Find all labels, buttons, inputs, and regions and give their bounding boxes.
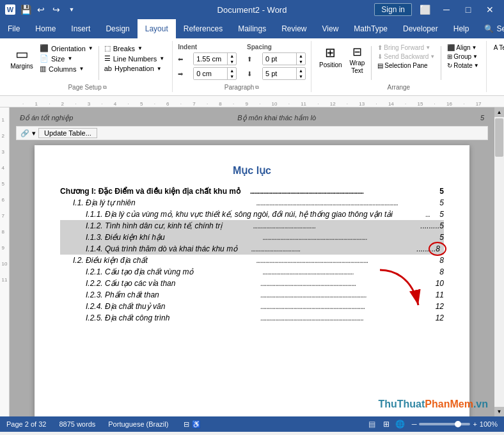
group-dropdown: ▼ (473, 54, 478, 59)
track-changes-icon: ⊟ (184, 420, 189, 429)
toc-dropdown-arrow[interactable]: ▾ (32, 129, 36, 138)
bring-forward-button[interactable]: ⬆ Bring Forward ▼ (375, 44, 437, 52)
view-web-button[interactable]: 🌐 (394, 419, 407, 429)
paragraph-expand-icon[interactable]: ⧉ (255, 84, 259, 91)
spacing-after-down[interactable]: ▼ (297, 74, 305, 79)
group-button[interactable]: ⊞ Group ▼ (445, 52, 480, 61)
text-button[interactable]: A Text ~ (492, 44, 504, 52)
menu-insert[interactable]: Insert (63, 19, 98, 38)
line-numbers-button[interactable]: ☰ Line Numbers ▼ (102, 54, 167, 63)
send-backward-button[interactable]: ⬇ Send Backward ▼ (375, 52, 437, 61)
document-area[interactable]: Đồ án tốt nghiệp Bộ môn khai thác hầm lò… (10, 107, 494, 416)
indent-right-down[interactable]: ▼ (228, 74, 236, 79)
indent-left-down[interactable]: ▼ (228, 59, 236, 65)
toc-entry-11[interactable]: I.2.4. Địa chất thuỷ văn ...............… (60, 301, 444, 312)
scroll-up-button[interactable]: ▲ (494, 107, 504, 117)
document-page: Mục lục Chương I: Đặc Điểm và điều kiện … (35, 145, 469, 416)
selection-pane-button[interactable]: ▤ Selection Pane (375, 61, 437, 70)
spacing-after-up[interactable]: ▲ (297, 68, 305, 74)
rotate-button[interactable]: ↻ Rotate ▼ (445, 61, 480, 70)
zoom-level[interactable]: 100% (480, 420, 498, 428)
toc-entry-3[interactable]: I.1.1. Địa lý của vùng mỏ, khu vực thiết… (60, 209, 444, 220)
menu-design[interactable]: Design (98, 19, 137, 38)
indent-right-spinbox[interactable]: ▲ ▼ (193, 67, 237, 80)
line-numbers-dropdown-arrow: ▼ (159, 56, 164, 61)
statusbar-right: ▤ ⊞ 🌐 ─ + 100% (366, 419, 498, 429)
menu-developer[interactable]: Developer (395, 19, 446, 38)
margins-icon: ▭ (15, 46, 29, 63)
bring-forward-dropdown[interactable]: ▼ (425, 45, 430, 51)
hyphenation-button[interactable]: ab Hyphenation ▼ (102, 64, 167, 73)
toc-entry-10[interactable]: I.2.3. Phẩm chất than ..................… (60, 289, 444, 301)
view-print-button[interactable]: ⊞ (380, 419, 393, 429)
toc-entry-5[interactable]: I.1.3. Điều kiện khí hậu ...............… (60, 232, 444, 243)
scroll-down-button[interactable]: ▼ (494, 407, 504, 416)
menu-references[interactable]: References (176, 19, 230, 38)
maximize-button[interactable]: □ (459, 1, 477, 19)
page-info[interactable]: Page 2 of 32 (6, 420, 46, 428)
toc-entry-7[interactable]: I.2. Điều kiện địa chất ................… (60, 255, 444, 266)
orientation-button[interactable]: ⬛ Orientation ▼ (37, 44, 96, 53)
menu-review[interactable]: Review (274, 19, 314, 38)
toc-entry-9[interactable]: I.2.2. Cấu tạo các vỉa than ............… (60, 278, 444, 289)
toc-entry-8[interactable]: I.2.1. Cấu tạo địa chất vùng mỏ ........… (60, 266, 444, 278)
margins-button[interactable]: ▭ Margins (8, 44, 36, 72)
toc-entry-4[interactable]: I.1.2. Tình hình dân cư, kinh tế, chính … (60, 220, 444, 232)
indent-left-up[interactable]: ▲ (228, 53, 236, 59)
scroll-thumb[interactable] (495, 118, 503, 157)
save-button[interactable]: 💾 (19, 3, 32, 16)
spacing-after-input[interactable] (263, 68, 296, 79)
zoom-slider[interactable] (419, 423, 470, 425)
toc-entry-12[interactable]: I.2.5. Địa chất công trình .............… (60, 312, 444, 324)
redo-button[interactable]: ↪ (50, 3, 63, 16)
update-table-button[interactable]: Update Table... (38, 128, 97, 138)
spacing-before-down[interactable]: ▼ (297, 59, 305, 65)
breaks-button[interactable]: ⬚ Breaks ▼ (102, 44, 167, 53)
view-read-button[interactable]: ▤ (366, 419, 379, 429)
indent-right-up[interactable]: ▲ (228, 68, 236, 74)
size-button[interactable]: 📄 Size ▼ (37, 54, 96, 63)
menu-home[interactable]: Home (28, 19, 63, 38)
menu-mailings[interactable]: Mailings (230, 19, 274, 38)
quick-access-dropdown[interactable]: ▼ (65, 3, 78, 16)
spacing-before-up[interactable]: ▲ (297, 53, 305, 59)
indent-left-input[interactable] (194, 53, 227, 65)
menu-file[interactable]: File (0, 19, 28, 38)
align-button[interactable]: ⬛ Align ▼ (445, 44, 480, 52)
toc-dots-8: ........................................… (263, 267, 439, 276)
toc-entry-6[interactable]: I.1.4. Quá trình thăm dò và khai thác kh… (60, 243, 444, 255)
indent-left-spinbox[interactable]: ▲ ▼ (193, 52, 237, 65)
close-button[interactable]: ✕ (481, 1, 499, 19)
send-backward-dropdown[interactable]: ▼ (430, 54, 435, 59)
menu-layout[interactable]: Layout (138, 19, 176, 38)
spacing-after-label: ⬇ (247, 70, 260, 77)
page-setup-expand-icon[interactable]: ⧉ (103, 84, 107, 91)
indent-right-arrows: ▲ ▼ (227, 68, 236, 79)
scrollbar-right[interactable]: ▲ ▼ (494, 107, 504, 416)
indent-right-input[interactable] (194, 68, 227, 79)
spacing-group: Spacing ⬆ ▲ ▼ ⬇ (247, 44, 306, 80)
toc-entry-2[interactable]: I.1. Địa lý tự nhiên ...................… (60, 197, 444, 209)
toc-dots-4: ........................................… (253, 221, 420, 230)
indent-left-arrows: ▲ ▼ (227, 53, 236, 65)
zoom-out-icon[interactable]: ─ (412, 420, 417, 428)
columns-button[interactable]: ▥ Columns ▼ (37, 64, 96, 74)
undo-button[interactable]: ↩ (35, 3, 47, 16)
spacing-before-spinbox[interactable]: ▲ ▼ (262, 52, 306, 65)
ribbon-display-button[interactable]: ⬜ (416, 1, 434, 19)
minimize-button[interactable]: ─ (437, 1, 455, 19)
menu-mathtype[interactable]: MathType (346, 19, 395, 38)
toc-entry-1[interactable]: Chương I: Đặc Điểm và điều kiện địa chất… (60, 186, 444, 197)
spacing-before-input[interactable] (263, 53, 296, 65)
position-button[interactable]: ⊞ Position (317, 44, 345, 70)
menu-view[interactable]: View (315, 19, 347, 38)
signin-button[interactable]: Sign in (374, 3, 412, 16)
word-count[interactable]: 8875 words (59, 420, 95, 428)
zoom-in-icon[interactable]: + (473, 420, 476, 428)
wrap-text-button[interactable]: ⊟ WrapText (347, 44, 368, 76)
search-button[interactable]: 🔍 Search (476, 24, 504, 33)
size-dropdown-arrow: ▼ (67, 56, 72, 61)
language[interactable]: Portuguese (Brazil) (108, 420, 168, 428)
menu-help[interactable]: Help (446, 19, 477, 38)
spacing-after-spinbox[interactable]: ▲ ▼ (262, 67, 306, 80)
